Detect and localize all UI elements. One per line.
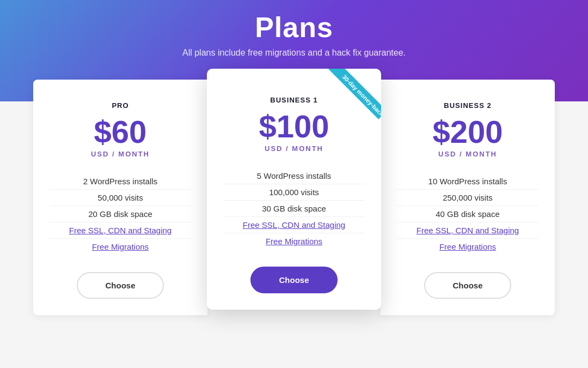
- plan-price: $60: [50, 116, 191, 148]
- pricing-card-business2: BUSINESS 2 $200 USD / MONTH 10 WordPress…: [381, 80, 555, 315]
- feature-item: Free SSL, CDN and Staging: [397, 222, 538, 239]
- feature-item: Free Migrations: [50, 239, 191, 255]
- pricing-cards: PRO $60 USD / MONTH 2 WordPress installs…: [0, 80, 588, 315]
- ribbon-text: 30-day money-back: [328, 69, 381, 119]
- plan-period: USD / MONTH: [397, 150, 538, 158]
- feature-item: Free SSL, CDN and Staging: [50, 222, 191, 239]
- pricing-card-business1: 30-day money-back BUSINESS 1 $100 USD / …: [207, 69, 381, 310]
- feature-item: 100,000 visits: [223, 184, 365, 201]
- features-list: 10 WordPress installs250,000 visits40 GB…: [397, 173, 538, 255]
- feature-item: 30 GB disk space: [223, 201, 365, 217]
- feature-item: Free SSL, CDN and Staging: [223, 217, 365, 233]
- plan-name: PRO: [50, 101, 191, 110]
- feature-item: 5 WordPress installs: [223, 168, 365, 184]
- choose-button-pro[interactable]: Choose: [77, 272, 163, 299]
- feature-item: Free Migrations: [397, 239, 538, 255]
- features-list: 5 WordPress installs100,000 visits30 GB …: [223, 168, 365, 249]
- plan-price: $200: [397, 116, 538, 148]
- page-subtitle: All plans include free migrations and a …: [0, 48, 588, 58]
- plan-name: BUSINESS 2: [397, 101, 538, 110]
- feature-item: Free Migrations: [223, 233, 365, 249]
- feature-item: 20 GB disk space: [50, 206, 191, 222]
- feature-item: 250,000 visits: [397, 190, 538, 206]
- page-title: Plans: [0, 11, 588, 44]
- feature-item: 40 GB disk space: [397, 206, 538, 222]
- choose-button-business2[interactable]: Choose: [424, 272, 511, 299]
- feature-item: 50,000 visits: [50, 190, 191, 206]
- plan-period: USD / MONTH: [223, 144, 365, 153]
- choose-button-business1[interactable]: Choose: [250, 267, 337, 293]
- pricing-card-pro: PRO $60 USD / MONTH 2 WordPress installs…: [33, 80, 207, 315]
- feature-item: 2 WordPress installs: [50, 173, 191, 190]
- plan-period: USD / MONTH: [50, 150, 191, 158]
- ribbon: 30-day money-back: [316, 69, 381, 134]
- feature-item: 10 WordPress installs: [397, 173, 538, 190]
- features-list: 2 WordPress installs50,000 visits20 GB d…: [50, 173, 191, 255]
